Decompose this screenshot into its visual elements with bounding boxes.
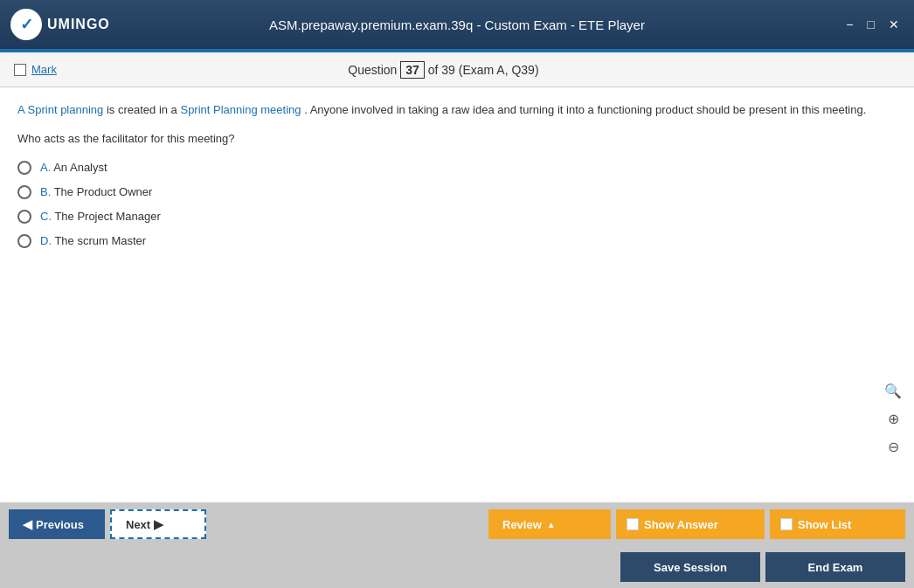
review-arrow-icon: ▲ bbox=[547, 520, 556, 529]
option-b[interactable]: B. The Product Owner bbox=[17, 185, 897, 199]
option-a-label: A. An Analyst bbox=[40, 161, 107, 174]
option-d[interactable]: D. The scrum Master bbox=[17, 234, 897, 248]
show-list-button[interactable]: Show List bbox=[770, 509, 905, 539]
question-body: A Sprint planning is created in a Sprint… bbox=[17, 101, 897, 120]
maximize-button[interactable]: □ bbox=[863, 16, 879, 33]
radio-d[interactable] bbox=[17, 234, 31, 248]
mark-checkbox[interactable] bbox=[14, 64, 26, 76]
main-content: A Sprint planning is created in a Sprint… bbox=[0, 87, 914, 529]
radio-b[interactable] bbox=[17, 185, 31, 199]
sub-question: Who acts as the facilitator for this mee… bbox=[17, 132, 897, 145]
show-answer-button[interactable]: Show Answer bbox=[616, 509, 765, 539]
save-session-button[interactable]: Save Session bbox=[620, 552, 760, 582]
logo-text: UMINGO bbox=[47, 17, 110, 32]
question-info: Question 37 of 39 (Exam A, Q39) bbox=[348, 61, 538, 79]
sub-q-text: Who acts as the facilitator for this mee… bbox=[17, 132, 235, 145]
option-d-label: D. The scrum Master bbox=[40, 234, 146, 247]
question-label: Question bbox=[348, 63, 397, 77]
minimize-button[interactable]: − bbox=[841, 16, 857, 33]
show-answer-checkbox-icon bbox=[627, 518, 639, 530]
window-title: ASM.prepaway.premium.exam.39q - Custom E… bbox=[269, 17, 645, 32]
bottom-bar: ◀ Previous Next ▶ Review ▲ Show Answer S… bbox=[0, 502, 914, 546]
next-arrow-icon: ▶ bbox=[154, 517, 163, 531]
logo-check-icon: ✓ bbox=[20, 15, 33, 34]
option-c[interactable]: C. The Project Manager bbox=[17, 210, 897, 224]
option-b-label: B. The Product Owner bbox=[40, 185, 152, 198]
q-text-3: Sprint Planning meeting bbox=[180, 103, 301, 116]
option-c-label: C. The Project Manager bbox=[40, 210, 161, 223]
zoom-out-icon[interactable]: ⊖ bbox=[881, 434, 905, 459]
question-total: of 39 (Exam A, Q39) bbox=[428, 63, 539, 77]
top-bar: Mark Question 37 of 39 (Exam A, Q39) bbox=[0, 52, 914, 87]
option-a[interactable]: A. An Analyst bbox=[17, 161, 897, 175]
review-label: Review bbox=[502, 518, 542, 531]
q-text-1: A Sprint planning bbox=[17, 103, 103, 116]
logo-circle: ✓ bbox=[10, 9, 42, 40]
title-bar: ✓ UMINGO ASM.prepaway.premium.exam.39q -… bbox=[0, 0, 914, 49]
next-button[interactable]: Next ▶ bbox=[110, 509, 206, 539]
logo: ✓ UMINGO bbox=[10, 9, 110, 40]
question-number: 37 bbox=[400, 61, 425, 79]
prev-arrow-icon: ◀ bbox=[23, 517, 32, 531]
end-exam-button[interactable]: End Exam bbox=[765, 552, 905, 582]
previous-button[interactable]: ◀ Previous bbox=[9, 509, 105, 539]
action-bar: Save Session End Exam bbox=[0, 546, 914, 588]
radio-c[interactable] bbox=[17, 210, 31, 224]
mark-label[interactable]: Mark bbox=[31, 63, 57, 76]
radio-a[interactable] bbox=[17, 161, 31, 175]
show-answer-label: Show Answer bbox=[644, 518, 718, 531]
side-tools: 🔍 ⊕ ⊖ bbox=[881, 378, 905, 459]
prev-label: Previous bbox=[36, 518, 84, 531]
zoom-in-icon[interactable]: ⊕ bbox=[881, 406, 905, 431]
close-button[interactable]: ✕ bbox=[884, 16, 904, 33]
window-controls: − □ ✕ bbox=[841, 16, 904, 33]
answer-options: A. An Analyst B. The Product Owner C. Th… bbox=[17, 161, 897, 248]
next-label: Next bbox=[126, 518, 150, 531]
show-list-label: Show List bbox=[798, 518, 851, 531]
q-text-4: . Anyone involved in taking a raw idea a… bbox=[304, 103, 866, 116]
review-button[interactable]: Review ▲ bbox=[488, 509, 611, 539]
q-text-2: is created in a bbox=[107, 103, 181, 116]
show-list-checkbox-icon bbox=[780, 518, 793, 530]
mark-area[interactable]: Mark bbox=[14, 63, 57, 76]
search-icon[interactable]: 🔍 bbox=[881, 378, 905, 403]
